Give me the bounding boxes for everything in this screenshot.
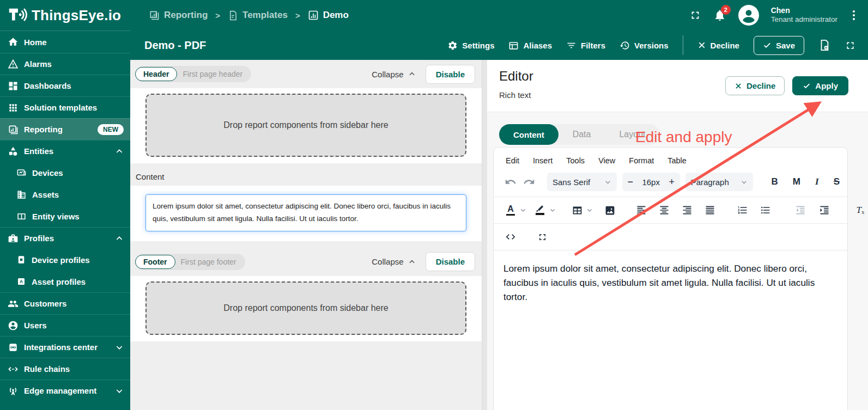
align-justify-button[interactable] — [701, 201, 719, 219]
align-right-button[interactable] — [678, 201, 696, 219]
aliases-button[interactable]: Aliases — [508, 40, 552, 51]
source-code-button[interactable] — [501, 228, 520, 246]
sidebar-item-entity-views[interactable]: Entity views — [0, 205, 130, 227]
menu-insert[interactable]: Insert — [533, 156, 553, 165]
sidebar-item-home[interactable]: Home — [0, 31, 130, 53]
footer-section-card: Drop report components from sidebar here — [130, 276, 482, 341]
editor-fullscreen-button[interactable] — [533, 228, 551, 246]
chevron-down-icon[interactable] — [520, 207, 526, 213]
align-center-button[interactable] — [655, 201, 673, 219]
header-disable-button[interactable]: Disable — [426, 65, 475, 84]
sidebar-item-asset-profiles[interactable]: A Asset profiles — [0, 271, 130, 292]
device-profiles-icon — [16, 255, 26, 265]
increase-indent-button[interactable] — [815, 201, 834, 219]
bullet-list-button[interactable] — [756, 201, 775, 219]
tab-content[interactable]: Content — [499, 124, 559, 145]
italic-button[interactable]: I — [815, 176, 819, 187]
bold-button[interactable]: B — [772, 176, 778, 187]
align-left-button[interactable] — [632, 201, 651, 219]
sidebar-item-device-profiles[interactable]: Device profiles — [0, 249, 130, 271]
sidebar-item-devices[interactable]: Devices — [0, 162, 130, 183]
editor-content-text[interactable]: Lorem ipsum dolor sit amet, consectetur … — [494, 250, 847, 315]
sidebar-item-edge-management[interactable]: Edge management — [0, 380, 130, 401]
notifications-bell-icon[interactable]: 2 — [713, 9, 726, 22]
new-badge: NEW — [98, 124, 124, 135]
sidebar-item-alarms[interactable]: Alarms — [0, 53, 130, 75]
decrease-indent-button[interactable] — [791, 201, 810, 219]
settings-button[interactable]: Settings — [447, 40, 494, 51]
app-logo[interactable]: ThingsEye.io — [0, 5, 130, 26]
chevron-down-icon[interactable] — [586, 207, 593, 213]
decline-button-top[interactable]: Decline — [697, 41, 739, 50]
sidebar-item-dashboards[interactable]: Dashboards — [0, 75, 130, 96]
menu-format[interactable]: Format — [629, 156, 654, 165]
richtext-editor: Edit Insert Tools View Format Table Sans… — [493, 147, 848, 410]
filters-button[interactable]: Filters — [566, 40, 605, 51]
avatar[interactable] — [738, 5, 759, 26]
table-button[interactable] — [568, 201, 586, 219]
sidebar-item-assets[interactable]: Assets — [0, 183, 130, 205]
check-icon — [803, 82, 811, 90]
menu-tools[interactable]: Tools — [566, 156, 585, 165]
header-section-card: Drop report components from sidebar here — [130, 88, 482, 163]
insert-image-button[interactable] — [600, 201, 619, 219]
header-dropzone[interactable]: Drop report components from sidebar here — [145, 94, 466, 157]
user-info[interactable]: Chen Tenant administrator — [771, 6, 837, 25]
editor-apply-button[interactable]: Apply — [792, 76, 848, 95]
header-collapse-button[interactable]: Collapse — [372, 70, 415, 79]
toolbar-row-2: A — [494, 197, 847, 223]
sidebar-item-users[interactable]: Users — [0, 314, 130, 336]
tab-data[interactable]: Data — [559, 124, 605, 145]
strikethrough-button[interactable]: S — [834, 176, 840, 187]
footer-collapse-button[interactable]: Collapse — [372, 257, 415, 266]
chevron-up-icon — [115, 234, 124, 243]
versions-button[interactable]: Versions — [620, 40, 669, 51]
highlight-color-button[interactable] — [531, 201, 549, 219]
generate-report-icon[interactable] — [818, 39, 830, 51]
logo-text: ThingsEye.io — [32, 7, 121, 24]
sidebar-item-customers[interactable]: Customers — [0, 292, 130, 314]
breadcrumb-item-templates[interactable]: Templates — [228, 10, 288, 21]
menu-edit[interactable]: Edit — [506, 156, 519, 165]
chevron-down-icon[interactable] — [549, 207, 556, 213]
expand-fullscreen-icon[interactable] — [845, 40, 856, 51]
footer-section-chip[interactable]: Footer First page footer — [135, 254, 245, 270]
clear-formatting-button[interactable]: Tx — [851, 201, 868, 219]
numbered-list-button[interactable] — [733, 201, 752, 219]
sidebar-item-entities[interactable]: Entities — [0, 140, 130, 162]
text-color-button[interactable]: A — [501, 201, 520, 219]
block-format-select[interactable]: Paragraph — [685, 173, 753, 191]
sidebar-nav: Home Alarms Dashboards Solution template… — [0, 30, 130, 410]
font-size-decrease-button[interactable]: − — [622, 176, 639, 188]
undo-icon[interactable] — [501, 173, 520, 191]
footer-chip-label: Footer — [135, 255, 175, 269]
more-menu-icon[interactable] — [849, 8, 858, 22]
font-size-increase-button[interactable]: + — [664, 176, 680, 188]
redo-icon[interactable] — [520, 173, 538, 191]
content-section-card: Lorem ipsum dolor sit amet, consectetur … — [130, 186, 482, 241]
breadcrumb-item-reporting[interactable]: Reporting — [149, 10, 208, 21]
footer-chip-caption: First page footer — [175, 258, 245, 266]
chevron-down-icon — [604, 179, 611, 186]
toolbar-row-3 — [494, 223, 847, 250]
sidebar-item-profiles[interactable]: Profiles — [0, 227, 130, 249]
content-richtext-field[interactable]: Lorem ipsum dolor sit amet, consectetur … — [145, 194, 466, 231]
save-button[interactable]: Save — [754, 36, 804, 55]
menu-table[interactable]: Table — [667, 156, 687, 165]
sidebar-item-solution-templates[interactable]: Solution templates — [0, 96, 130, 118]
breadcrumb-item-demo[interactable]: Demo — [308, 10, 349, 21]
editor-decline-button[interactable]: Decline — [725, 76, 785, 95]
sidebar-item-reporting[interactable]: Reporting NEW — [0, 118, 130, 140]
header-chip-caption: First page header — [177, 70, 251, 78]
sidebar-item-rule-chains[interactable]: Rule chains — [0, 358, 130, 380]
filter-icon — [566, 40, 576, 51]
footer-dropzone[interactable]: Drop report components from sidebar here — [145, 282, 466, 335]
footer-disable-button[interactable]: Disable — [426, 252, 475, 271]
fullscreen-icon[interactable] — [689, 9, 701, 21]
font-family-select[interactable]: Sans Serif — [547, 173, 617, 191]
menu-view[interactable]: View — [598, 156, 615, 165]
marker-m-button[interactable]: M — [793, 176, 800, 187]
editor-menubar: Edit Insert Tools View Format Table — [494, 148, 847, 170]
sidebar-item-integrations-center[interactable]: Integrations center — [0, 336, 130, 358]
header-section-chip[interactable]: Header First page header — [135, 66, 251, 82]
